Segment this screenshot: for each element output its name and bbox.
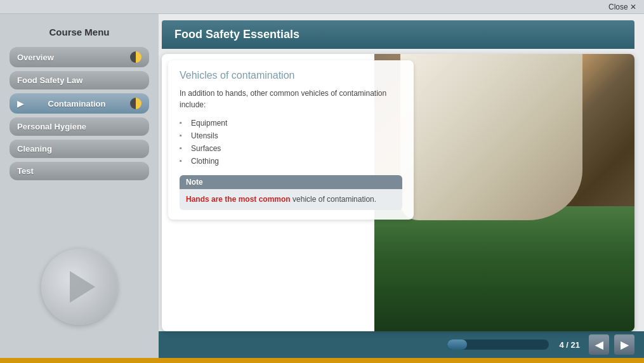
- slide-area: Vehicles of contamination In addition to…: [162, 54, 634, 331]
- page-indicator: 4 / 21: [559, 340, 580, 350]
- list-item: Surfaces: [180, 142, 402, 155]
- arrow-icon: ▶: [17, 99, 23, 109]
- sidebar: Course Menu OverviewFood Safety Law▶ Con…: [0, 14, 159, 363]
- sidebar-item-label-personal-hygiene: Personal Hygiene: [17, 122, 86, 131]
- course-title: Food Safety Essentials: [162, 20, 634, 49]
- list-item: Clothing: [180, 155, 402, 168]
- sidebar-item-food-safety-law[interactable]: Food Safety Law: [10, 71, 149, 89]
- slide-inner: Vehicles of contamination In addition to…: [162, 54, 634, 331]
- list-item: Utensils: [180, 129, 402, 142]
- main-layout: Course Menu OverviewFood Safety Law▶ Con…: [0, 14, 644, 363]
- bottom-nav: 4 / 21 ◀ ▶: [159, 331, 644, 358]
- note-box: Note Hands are the most common vehicle o…: [180, 175, 402, 210]
- list-item: Equipment: [180, 117, 402, 129]
- sidebar-item-cleaning[interactable]: Cleaning: [10, 140, 149, 158]
- sidebar-item-label-overview: Overview: [17, 53, 54, 62]
- status-badge: [130, 51, 141, 63]
- card-title: Vehicles of contamination: [180, 70, 402, 81]
- sidebar-item-label-food-safety-law: Food Safety Law: [17, 76, 82, 85]
- bullet-list: EquipmentUtensilsSurfacesClothing: [180, 117, 402, 168]
- sidebar-item-label-contamination: Contamination: [48, 99, 106, 109]
- sidebar-title: Course Menu: [10, 27, 149, 37]
- card-intro: In addition to hands, other common vehic…: [180, 88, 402, 110]
- play-button[interactable]: [41, 249, 117, 325]
- close-button[interactable]: Close ✕: [608, 3, 636, 11]
- sidebar-item-overview[interactable]: Overview: [10, 47, 149, 67]
- next-button[interactable]: ▶: [614, 334, 634, 355]
- content-card: Vehicles of contamination In addition to…: [168, 60, 414, 220]
- sidebar-item-personal-hygiene[interactable]: Personal Hygiene: [10, 117, 149, 136]
- play-icon: [70, 271, 95, 303]
- prev-button[interactable]: ◀: [589, 334, 609, 355]
- note-title: Note: [180, 175, 402, 189]
- top-bar: Close ✕: [0, 0, 644, 14]
- status-badge: [130, 98, 141, 109]
- sidebar-item-contamination[interactable]: ▶ Contamination: [10, 93, 149, 114]
- sidebar-accent-bar: [0, 358, 159, 363]
- course-menu: OverviewFood Safety Law▶ ContaminationPe…: [10, 47, 149, 180]
- note-highlight: Hands are the most common: [186, 195, 291, 204]
- sidebar-item-test[interactable]: Test: [10, 162, 149, 180]
- progress-bar-fill: [447, 340, 466, 350]
- sidebar-item-label-cleaning: Cleaning: [17, 144, 52, 154]
- content-accent-bar: [159, 358, 644, 363]
- note-normal: vehicle of contamination.: [291, 195, 376, 204]
- note-content: Hands are the most common vehicle of con…: [180, 189, 402, 210]
- content-area: Food Safety Essentials Vehicles of conta…: [159, 14, 644, 363]
- sidebar-item-label-test: Test: [17, 166, 34, 176]
- progress-bar-container: [447, 340, 549, 350]
